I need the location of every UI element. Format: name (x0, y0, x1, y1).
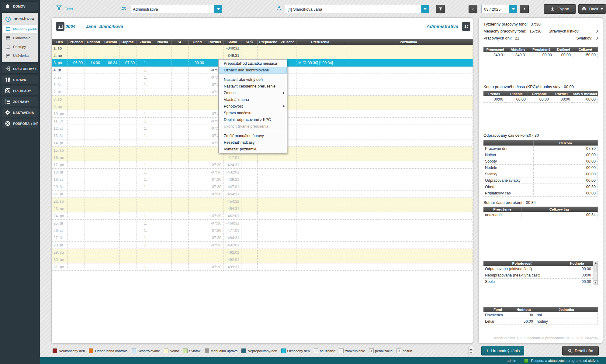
previous-month-button[interactable] (469, 5, 477, 13)
scroll-down-button[interactable] (594, 280, 597, 285)
legend-label: zaokrúhlenie (345, 349, 365, 353)
menu-separator (219, 131, 286, 131)
sidebar-subitem-pr-stupy[interactable]: Prístupy (3, 43, 37, 51)
sidebar-subitem-mesa-n-preh-ad[interactable]: Mesačný prehľad (3, 25, 37, 33)
cell (119, 110, 137, 118)
menu-item-doplni-odpracovan-z-kp-[interactable]: Doplniť odpracované z KPČ (219, 116, 287, 123)
sidebar-item-preh-ady[interactable]: PREHĽADY (2, 86, 38, 95)
sidebar-item-pr-stupov-sys[interactable]: PRÍSTUPOVÝ SYS (2, 64, 38, 74)
standby-scrollbar[interactable] (594, 261, 598, 285)
sidebar-item-zoznamy[interactable]: 123ZOZNAMY (2, 97, 38, 106)
export-button[interactable]: Export (544, 4, 576, 14)
table-row-day-31[interactable]: 31. po1.-07:30-499:31 (52, 263, 473, 271)
sidebar-item-nastavenia[interactable]: NASTAVENIA (2, 108, 38, 117)
menu-item-ozna-i-ako-skontrolovan-[interactable]: Označiť ako skontrolované (219, 67, 287, 74)
bulk-entry-button[interactable]: + Hromadný zápis (481, 346, 524, 355)
plus-icon: + (486, 349, 489, 353)
employee-card-icon[interactable] (56, 22, 64, 31)
menu-item-vymaza-pozn-mku[interactable]: Vymazať poznámku (219, 146, 287, 153)
table-cell: 00:00 (534, 165, 598, 171)
menu-item-spr-va-nad-asu-[interactable]: Správa nadčasu.. (219, 110, 287, 116)
cell (154, 227, 171, 234)
cell (296, 234, 344, 242)
cell (171, 52, 189, 59)
sidebar-item-domov[interactable]: DOMOV (2, 2, 38, 11)
cell (296, 227, 344, 234)
legend-item-zaokr-hlenie: ~zaokrúhlenie (339, 349, 365, 353)
submenu-arrow-icon (283, 105, 285, 108)
legend-label: Skontrolované (138, 349, 160, 353)
cell (241, 220, 258, 227)
scroll-up-button[interactable] (594, 261, 597, 265)
table-row-day-16[interactable]: 16. ne-417:01 (52, 154, 473, 161)
table-row-day-23[interactable]: 23. ne-454:31 (52, 205, 473, 212)
next-month-button[interactable] (520, 5, 529, 13)
menu-item-label: Prepočítať od začiatku mesiaca (224, 61, 277, 66)
menu-item-prepo-ta-od-za-iatku-mesiaca[interactable]: Prepočítať od začiatku mesiaca (219, 60, 287, 67)
lifebuoy-icon (4, 121, 11, 127)
table-cell: 00:00 (528, 96, 551, 103)
cell (189, 103, 206, 110)
table-row-day-2[interactable]: 2. ne-349:31 (52, 52, 473, 59)
menu-item-nastavi-celodenn-preru-enie[interactable]: Nastaviť celodenné prerušenie (219, 83, 287, 90)
sidebar-subitem-pl-novanie[interactable]: Plánovanie (3, 34, 37, 42)
month-select-dropdown-button[interactable] (509, 5, 517, 13)
cell: 1. (137, 227, 154, 234)
sidebar-item-strava[interactable]: STRAVA (2, 75, 38, 84)
table-row-day-21[interactable]: 21. pi1.-07:30-454:31 (52, 191, 473, 198)
cell (102, 234, 119, 242)
print-button[interactable]: Tlačiť (578, 4, 606, 14)
day-cell: 4. ut (52, 67, 68, 74)
table-cell: neuznané (483, 212, 521, 218)
employee-select-dropdown-button[interactable] (421, 5, 429, 13)
cell (119, 263, 137, 271)
table-row-day-18[interactable]: 18. ut1.-07:30-432:01 (52, 169, 473, 176)
cell (344, 132, 473, 139)
cell: -492:01 (223, 249, 241, 256)
menu-item-pohotovos-[interactable]: Pohotovosť (219, 103, 287, 110)
table-row-day-28[interactable]: 28. pi1.-07:30-492:01 (52, 242, 473, 249)
group-select[interactable]: Administratíva (130, 5, 222, 13)
menu-item-zmena[interactable]: Zmena (219, 90, 287, 96)
table-cell: Pracovné dni (483, 146, 534, 152)
cell (68, 227, 85, 234)
month-select[interactable]: 03 / 2025 (481, 5, 517, 13)
menu-item-nastavi-ako-vo-n-de-[interactable]: Nastaviť ako voľný deň (219, 76, 287, 83)
table-row-day-24[interactable]: 24. po1.-07:30-462:01 (52, 212, 473, 220)
table-header-cell: Prenos (483, 91, 505, 96)
cell (241, 212, 258, 220)
sidebar-group-header[interactable]: DOCHÁDZKA (2, 14, 38, 25)
table-row-day-22[interactable]: 22. so-454:31 (52, 198, 473, 205)
spinner-up-button[interactable] (469, 347, 473, 351)
cell (154, 67, 171, 74)
sidebar-item-podpora-info[interactable]: PODPORA + INFO (2, 119, 38, 128)
table-row-day-29[interactable]: 29. so-492:01 (52, 249, 473, 256)
table-row-day-17[interactable]: 17. po1.-07:30-424:31 (52, 161, 473, 169)
table-row-day-20[interactable]: 20. št1.-07:30-447:01 (52, 183, 473, 191)
menu-item-resetn-nad-asy[interactable]: Resetnúť nadčasy (219, 139, 287, 146)
legend-item-sviatok: Sviatok (183, 349, 201, 353)
day-detail-button[interactable]: Detail dňa (562, 346, 599, 355)
advanced-filter-button[interactable] (436, 5, 445, 13)
department-people-icon[interactable] (462, 22, 470, 31)
menu-item-zru-i-manu-lne-pravy[interactable]: Zrušiť manuálne úpravy (219, 132, 287, 139)
cell (102, 227, 119, 234)
triangle-up-icon (470, 348, 472, 350)
employee-select[interactable]: [4] Slančíková Jana (285, 5, 429, 13)
table-row-day-25[interactable]: 25. ut1.-07:30-469:31 (52, 220, 473, 227)
spinner-down-button[interactable] (469, 351, 473, 355)
table-row-day-26[interactable]: 26. st1.-07:30-477:01 (52, 227, 473, 234)
cell (241, 191, 258, 198)
cell (344, 88, 473, 96)
group-select-dropdown-button[interactable] (214, 5, 222, 13)
scrollbar-thumb[interactable] (594, 266, 597, 272)
sidebar-subitem-uz-vierka[interactable]: Uzávierka (3, 51, 37, 60)
table-row-day-27[interactable]: 27. št1.-07:30-484:31 (52, 234, 473, 242)
table-row-day-19[interactable]: 19. st1.-07:30-439:31 (52, 176, 473, 183)
table-header-cell: Jednotka (535, 307, 598, 312)
cell (344, 161, 473, 169)
legend-label: Neprepočítaný deň (248, 349, 277, 353)
menu-item-vlastn-zmena[interactable]: Vlastná zmena (219, 96, 287, 103)
table-row-day-1[interactable]: 1. so-349:31 (52, 45, 473, 52)
table-row-day-30[interactable]: 30. ne-492:01 (52, 256, 473, 263)
